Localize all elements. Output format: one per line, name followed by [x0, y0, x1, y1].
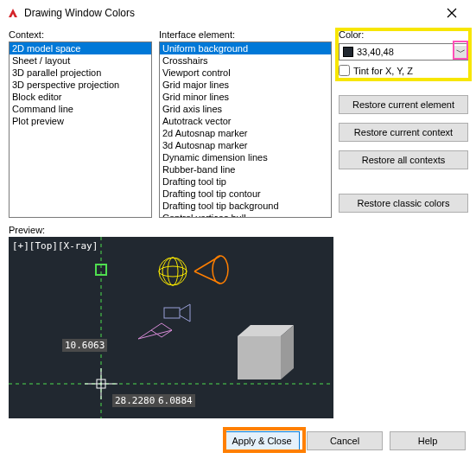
svg-marker-18: [238, 336, 281, 379]
svg-line-11: [194, 271, 220, 284]
list-item[interactable]: Drafting tool tip contour: [160, 188, 331, 200]
svg-point-5: [159, 258, 187, 285]
apply-and-close-button[interactable]: Apply & Close: [224, 431, 300, 450]
preview-pane: [+][Top][X-ray]: [9, 237, 333, 418]
restore-all-contexts-button[interactable]: Restore all contexts: [339, 150, 468, 169]
titlebar: Drawing Window Colors: [0, 0, 476, 26]
interface-element-label: Interface element:: [159, 29, 332, 40]
svg-line-17: [138, 330, 172, 339]
list-item[interactable]: Sheet / layout: [10, 54, 151, 67]
tint-row[interactable]: Tint for X, Y, Z: [339, 65, 468, 76]
list-item[interactable]: Grid axis lines: [160, 103, 331, 115]
list-item[interactable]: Plot preview: [10, 115, 151, 127]
list-item[interactable]: Dynamic dimension lines: [160, 151, 331, 163]
list-item[interactable]: Control vertices hull: [160, 212, 331, 218]
svg-rect-12: [164, 308, 180, 318]
close-icon: [447, 8, 457, 18]
list-item[interactable]: Crosshairs: [160, 54, 331, 67]
color-label: Color:: [339, 29, 468, 40]
preview-graphics: [9, 237, 333, 418]
svg-line-10: [194, 256, 220, 271]
preview-label: Preview:: [9, 225, 476, 235]
list-item[interactable]: Block editor: [10, 91, 151, 103]
list-item[interactable]: Viewport control: [160, 67, 331, 79]
chevron-down-icon: ﹀: [454, 46, 467, 59]
context-listbox[interactable]: 2D model spaceSheet / layout3D parallel …: [9, 41, 152, 218]
restore-current-element-button[interactable]: Restore current element: [339, 95, 468, 114]
list-item[interactable]: Uniform background: [160, 42, 331, 54]
interface-element-listbox[interactable]: Uniform backgroundCrosshairsViewport con…: [159, 41, 332, 218]
list-item[interactable]: Autotrack vector: [160, 115, 331, 127]
tint-checkbox[interactable]: [339, 65, 350, 76]
list-item[interactable]: 3d Autosnap marker: [160, 139, 331, 151]
color-value: 33,40,48: [357, 47, 454, 57]
color-dropdown[interactable]: 33,40,48 ﹀: [339, 43, 468, 61]
app-logo-icon: [7, 7, 19, 19]
list-item[interactable]: Grid minor lines: [160, 91, 331, 103]
close-button[interactable]: [435, 1, 469, 25]
context-label: Context:: [9, 29, 152, 40]
list-item[interactable]: Drafting tool tip background: [160, 200, 331, 212]
tint-label: Tint for X, Y, Z: [353, 66, 413, 76]
list-item[interactable]: Rubber-band line: [160, 163, 331, 175]
list-item[interactable]: 2d Autosnap marker: [160, 127, 331, 139]
list-item[interactable]: Grid major lines: [160, 79, 331, 91]
svg-point-7: [168, 258, 178, 285]
help-button[interactable]: Help: [390, 431, 466, 450]
list-item[interactable]: 3D perspective projection: [10, 79, 151, 91]
list-item[interactable]: 3D parallel projection: [10, 67, 151, 79]
color-swatch-icon: [343, 47, 353, 57]
list-item[interactable]: 2D model space: [10, 42, 151, 54]
list-item[interactable]: Drafting tool tip: [160, 175, 331, 188]
svg-point-9: [213, 256, 228, 284]
preview-dim-3: 6.0884: [155, 394, 195, 407]
dialog-title: Drawing Window Colors: [24, 7, 435, 19]
cancel-button[interactable]: Cancel: [307, 431, 383, 450]
preview-dim-2: 28.2280: [112, 394, 157, 407]
restore-current-context-button[interactable]: Restore current context: [339, 123, 468, 142]
svg-line-14: [180, 316, 190, 322]
restore-classic-colors-button[interactable]: Restore classic colors: [339, 194, 468, 213]
preview-dim-1: 10.6063: [62, 339, 107, 352]
list-item[interactable]: Command line: [10, 103, 151, 115]
svg-point-8: [162, 258, 183, 285]
svg-line-13: [180, 304, 190, 310]
